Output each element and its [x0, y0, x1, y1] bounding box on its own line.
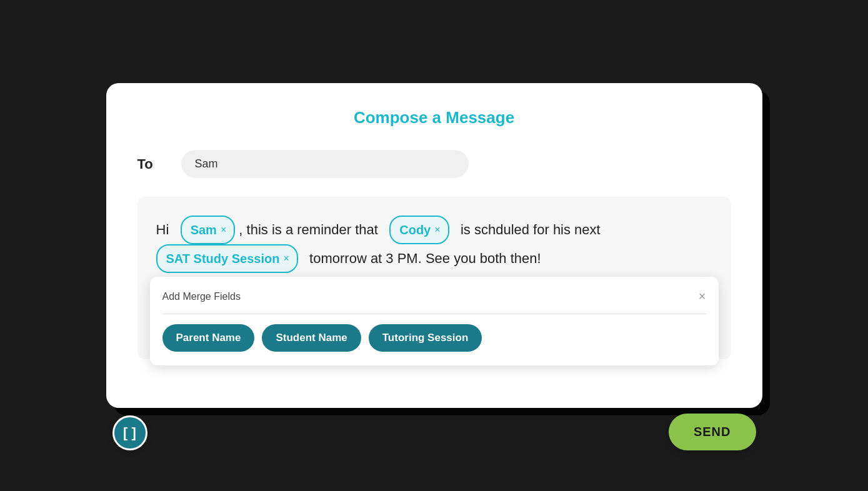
sam-tag-close[interactable]: × — [221, 221, 226, 238]
message-middle1: , this is a reminder that — [239, 222, 378, 237]
session-tag[interactable]: SAT Study Session × — [156, 244, 298, 273]
merge-fields-icon-button[interactable]: [ ] — [112, 415, 147, 450]
sam-tag[interactable]: Sam × — [181, 216, 236, 244]
cody-tag-close[interactable]: × — [434, 221, 440, 238]
message-suffix: tomorrow at 3 PM. See you both then! — [309, 250, 541, 266]
merge-panel: Add Merge Fields × Parent Name Student N… — [150, 277, 719, 365]
merge-field-parent-name[interactable]: Parent Name — [162, 324, 255, 352]
compose-modal: Compose a Message To Hi Sam × , this is … — [106, 83, 762, 408]
to-row: To — [137, 150, 731, 178]
merge-fields-list: Parent Name Student Name Tutoring Sessio… — [162, 324, 706, 352]
merge-panel-close-button[interactable]: × — [699, 290, 706, 302]
send-button[interactable]: SEND — [669, 414, 756, 450]
session-tag-label: SAT Study Session — [166, 248, 280, 269]
message-body[interactable]: Hi Sam × , this is a reminder that Cody … — [137, 197, 731, 359]
sam-tag-label: Sam — [191, 219, 217, 241]
to-label: To — [137, 156, 169, 172]
to-input[interactable] — [181, 150, 469, 178]
cody-tag-label: Cody — [399, 219, 431, 241]
merge-panel-title: Add Merge Fields — [162, 288, 241, 305]
modal-title: Compose a Message — [137, 108, 731, 127]
merge-field-tutoring-session[interactable]: Tutoring Session — [369, 324, 482, 352]
message-prefix: Hi — [156, 222, 169, 237]
merge-panel-header: Add Merge Fields × — [162, 288, 706, 314]
cody-tag[interactable]: Cody × — [389, 216, 449, 244]
merge-field-student-name[interactable]: Student Name — [262, 324, 361, 352]
session-tag-close[interactable]: × — [283, 250, 289, 267]
message-middle2: is schduled for his next — [461, 222, 601, 237]
